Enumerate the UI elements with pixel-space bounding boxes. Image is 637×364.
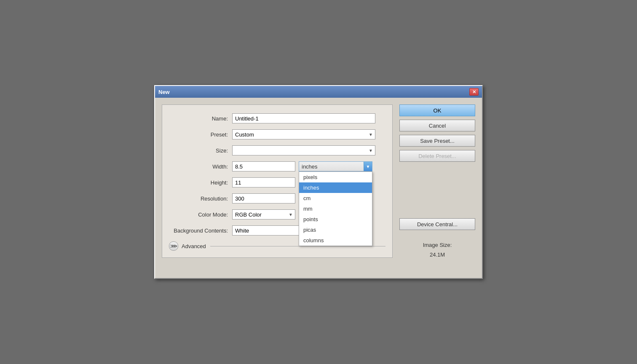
image-size-value: 24.1M	[399, 252, 475, 258]
delete-preset-button[interactable]: Delete Preset...	[399, 150, 475, 162]
image-size-section: Image Size: 24.1M	[399, 233, 475, 258]
name-row: Name:	[169, 113, 385, 123]
close-button[interactable]: ✕	[469, 88, 479, 96]
unit-dropdown-container: inches ▼ pixels inches cm mm points pica…	[299, 161, 372, 171]
preset-label: Preset:	[169, 131, 228, 138]
new-document-dialog: New ✕ Name: Preset: Custom Default Photo…	[154, 85, 483, 279]
advanced-toggle-button[interactable]: ⋙	[169, 241, 178, 251]
image-size-label: Image Size:	[399, 242, 475, 248]
unit-dropdown-arrow: ▼	[364, 162, 372, 171]
unit-option-picas[interactable]: picas	[299, 225, 372, 235]
width-row: Width: inches ▼ pixels inches cm mm poin…	[169, 161, 385, 171]
dialog-title: New	[158, 89, 170, 95]
width-label: Width:	[169, 163, 228, 170]
color-mode-label: Color Mode:	[169, 211, 228, 218]
right-panel: OK Cancel Save Preset... Delete Preset..…	[399, 104, 475, 258]
device-central-button[interactable]: Device Central...	[399, 218, 475, 230]
size-row: Size:	[169, 145, 385, 155]
unit-current-value: inches	[302, 163, 318, 170]
preset-select[interactable]: Custom Default Photoshop Size U.S. Paper…	[232, 129, 375, 139]
unit-option-cm[interactable]: cm	[299, 193, 372, 203]
unit-option-mm[interactable]: mm	[299, 203, 372, 214]
advanced-label: Advanced	[182, 243, 206, 249]
unit-option-columns[interactable]: columns	[299, 235, 372, 246]
title-bar: New ✕	[155, 86, 482, 98]
height-label: Height:	[169, 179, 228, 186]
unit-option-inches[interactable]: inches	[299, 182, 372, 193]
color-mode-select[interactable]: RGB Color CMYK Color Grayscale Lab Color	[232, 209, 295, 219]
width-input[interactable]	[232, 161, 295, 171]
size-select-wrapper	[232, 145, 375, 155]
unit-option-pixels[interactable]: pixels	[299, 172, 372, 182]
resolution-label: Resolution:	[169, 195, 228, 202]
preset-select-wrapper: Custom Default Photoshop Size U.S. Paper…	[232, 129, 375, 139]
save-preset-button[interactable]: Save Preset...	[399, 135, 475, 147]
preset-row: Preset: Custom Default Photoshop Size U.…	[169, 129, 385, 139]
unit-option-points[interactable]: points	[299, 214, 372, 225]
spacer	[399, 165, 475, 215]
cancel-button[interactable]: Cancel	[399, 120, 475, 131]
height-input[interactable]	[232, 177, 295, 187]
unit-select-button[interactable]: inches ▼	[299, 161, 372, 171]
dialog-body: Name: Preset: Custom Default Photoshop S…	[155, 98, 482, 265]
color-mode-select-wrapper: RGB Color CMYK Color Grayscale Lab Color	[232, 209, 295, 219]
ok-button[interactable]: OK	[399, 104, 475, 116]
name-label: Name:	[169, 115, 228, 122]
unit-dropdown-list: pixels inches cm mm points picas columns	[299, 171, 372, 246]
size-label: Size:	[169, 147, 228, 154]
name-input[interactable]	[232, 113, 375, 123]
resolution-input[interactable]	[232, 193, 295, 203]
left-panel: Name: Preset: Custom Default Photoshop S…	[162, 104, 393, 258]
size-select[interactable]	[232, 145, 375, 155]
bg-contents-label: Background Contents:	[169, 228, 228, 234]
